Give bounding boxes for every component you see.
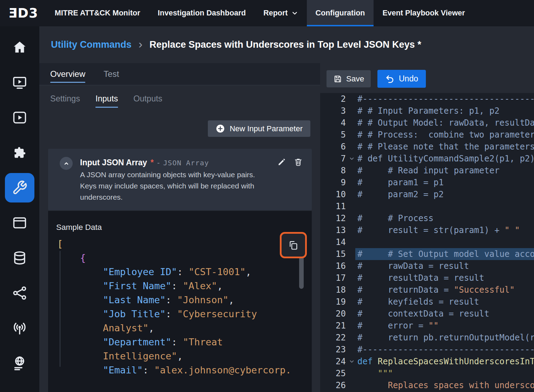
new-input-parameter-label: New Input Parameter bbox=[230, 124, 303, 133]
sidebar-item-share-network[interactable] bbox=[0, 275, 39, 311]
code-line: 26 Replaces spaces with underscores bbox=[320, 379, 534, 391]
json-line: { bbox=[57, 251, 299, 265]
fold-spacer bbox=[346, 379, 357, 391]
json-line: "Last Name": "Johnson", bbox=[57, 293, 299, 307]
code-line: 19# keyfields = result bbox=[320, 296, 534, 308]
line-number: 4 bbox=[320, 117, 346, 129]
code-text: # error = "" bbox=[357, 320, 534, 332]
code-text: # # Please note that the parameters bbox=[357, 141, 534, 153]
fold-spacer bbox=[346, 200, 357, 212]
fold-spacer bbox=[346, 165, 357, 177]
code-text: # def UtilityCommandSample2(p1, p2): bbox=[357, 153, 534, 165]
code-text: # # Output Model: rawData, resultDa bbox=[357, 117, 534, 129]
line-number: 10 bbox=[320, 188, 346, 200]
edit-input-button[interactable] bbox=[277, 157, 286, 167]
sidebar-item-puzzle[interactable] bbox=[0, 135, 39, 170]
code-text: # resultData = result bbox=[357, 272, 534, 284]
sidebar-item-home[interactable] bbox=[0, 30, 39, 65]
line-number: 11 bbox=[320, 200, 346, 212]
code-line: 25 """ bbox=[320, 367, 534, 379]
fold-spacer bbox=[346, 260, 357, 272]
json-line: [ bbox=[57, 237, 299, 251]
code-text: #---------------------------------------… bbox=[357, 93, 534, 105]
collapse-input-button[interactable] bbox=[60, 157, 73, 170]
save-button-label: Save bbox=[346, 74, 364, 84]
video-play-icon bbox=[12, 110, 27, 125]
json-line: "Employee ID": "CST-1001", bbox=[57, 265, 299, 279]
code-text: Replaces spaces with underscores bbox=[357, 379, 534, 391]
new-input-parameter-button[interactable]: New Input Parameter bbox=[208, 120, 310, 137]
fold-spacer bbox=[346, 296, 357, 308]
code-text: # # Input Parameters: p1, p2 bbox=[357, 105, 534, 117]
nav-item-label: Investigation Dashboard bbox=[158, 9, 246, 18]
line-number: 12 bbox=[320, 212, 346, 224]
input-parameter-name: Input JSON Array bbox=[80, 158, 147, 167]
nav-item-label: Event Playbook Viewer bbox=[382, 9, 465, 18]
fold-spacer bbox=[346, 308, 357, 320]
copy-sample-data-button[interactable] bbox=[282, 234, 305, 257]
sidebar-item-tools[interactable] bbox=[0, 170, 39, 205]
nav-item-label: MITRE ATT&CK Monitor bbox=[55, 9, 140, 18]
overview-test-tabbar: OverviewTest bbox=[39, 63, 320, 85]
fold-spacer bbox=[346, 248, 357, 260]
monitor-play-icon bbox=[12, 75, 27, 90]
nav-item-configuration[interactable]: Configuration bbox=[307, 0, 374, 26]
code-text: # # Read input parameter bbox=[357, 165, 534, 177]
d3-logo[interactable]: ƎD3 bbox=[0, 0, 38, 26]
tab-test[interactable]: Test bbox=[104, 63, 119, 85]
input-parameter-actions bbox=[277, 157, 303, 167]
line-number: 8 bbox=[320, 165, 346, 177]
code-line: 8# # Read input parameter bbox=[320, 165, 534, 177]
sidebar-item-database[interactable] bbox=[0, 240, 39, 275]
breadcrumb: Utility Commands › Replace Spaces with U… bbox=[39, 26, 534, 63]
sidebar-item-app-window[interactable] bbox=[0, 205, 39, 240]
sample-json-editor[interactable]: [ { "Employee ID": "CST-1001", "First Na… bbox=[57, 237, 299, 377]
floppy-save-icon bbox=[333, 74, 342, 84]
copy-icon bbox=[288, 240, 299, 251]
undo-button[interactable]: Undo bbox=[377, 70, 426, 88]
nav-item-label: Report bbox=[263, 9, 288, 18]
nav-item-investigation-dashboard[interactable]: Investigation Dashboard bbox=[149, 0, 255, 26]
python-code-editor[interactable]: 2#--------------------------------------… bbox=[320, 93, 534, 392]
nav-item-report[interactable]: Report bbox=[255, 0, 306, 26]
line-number: 24 bbox=[320, 356, 346, 367]
sidebar-item-video-play[interactable] bbox=[0, 100, 39, 135]
page-title: Replace Spaces with Underscores in Top L… bbox=[150, 39, 421, 50]
fold-spacer bbox=[346, 117, 357, 129]
code-line: 21# error = "" bbox=[320, 320, 534, 332]
fold-chevron-icon[interactable] bbox=[346, 153, 357, 165]
fold-spacer bbox=[346, 129, 357, 141]
sidebar-item-globe[interactable] bbox=[0, 346, 39, 381]
line-number: 26 bbox=[320, 379, 346, 391]
required-asterisk: * bbox=[151, 158, 154, 167]
fold-chevron-icon[interactable] bbox=[346, 356, 357, 367]
fold-spacer bbox=[346, 332, 357, 344]
code-line: 24def ReplaceSpacesWithUnderscoresInTopL… bbox=[320, 356, 534, 367]
save-button[interactable]: Save bbox=[327, 70, 371, 87]
code-text: """ bbox=[357, 367, 534, 379]
subtab-settings[interactable]: Settings bbox=[50, 94, 80, 108]
line-number: 23 bbox=[320, 344, 346, 356]
breadcrumb-utility-commands[interactable]: Utility Commands bbox=[51, 39, 132, 50]
undo-arrow-icon bbox=[385, 74, 395, 84]
sidebar-item-monitor-play[interactable] bbox=[0, 65, 39, 100]
input-parameter-header: Input JSON Array * - JSON Array bbox=[80, 158, 209, 167]
nav-item-mitre-att-ck-monitor[interactable]: MITRE ATT&CK Monitor bbox=[46, 0, 149, 26]
code-line: 12# # Process bbox=[320, 212, 534, 224]
tab-overview[interactable]: Overview bbox=[50, 63, 85, 85]
chevron-up-icon bbox=[62, 160, 70, 167]
fold-spacer bbox=[346, 212, 357, 224]
fold-spacer bbox=[346, 141, 357, 153]
delete-input-button[interactable] bbox=[294, 157, 303, 167]
code-text: # # Set Output model value accor bbox=[357, 248, 534, 260]
subtab-inputs[interactable]: Inputs bbox=[95, 94, 118, 108]
code-text: # param2 = p2 bbox=[357, 188, 534, 200]
nav-item-event-playbook-viewer[interactable]: Event Playbook Viewer bbox=[374, 0, 474, 26]
code-text bbox=[357, 236, 534, 248]
code-line: 11 bbox=[320, 200, 534, 212]
sidebar-item-broadcast[interactable] bbox=[0, 311, 39, 346]
code-line: 6# # Please note that the parameters bbox=[320, 141, 534, 153]
code-line: 18# returnData = "Successful" bbox=[320, 284, 534, 296]
line-number: 14 bbox=[320, 236, 346, 248]
subtab-outputs[interactable]: Outputs bbox=[133, 94, 162, 108]
